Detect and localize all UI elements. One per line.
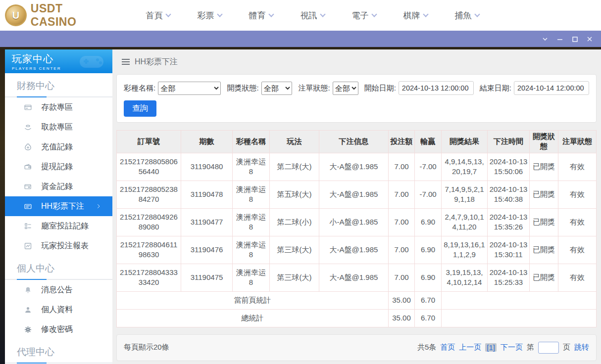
chevron-down-icon	[371, 11, 377, 17]
cell-period: 31190478	[181, 181, 233, 208]
nav-item-fishing[interactable]: 捕魚	[441, 10, 493, 21]
prev-page-link[interactable]: 上一页	[459, 343, 481, 352]
cell-bet-info: 大-A盤@1.985	[319, 181, 389, 208]
cell-lottery: 澳洲幸运8	[233, 208, 270, 236]
cell-play: 第三球(大)	[270, 264, 319, 291]
chevron-down-icon	[320, 11, 325, 17]
nav-item-lottery[interactable]: 彩票	[184, 10, 235, 21]
page-summary-bet-amount: 35.00	[389, 291, 415, 309]
col-header-lottery: 彩種名稱	[233, 131, 270, 153]
start-date-input[interactable]	[399, 81, 474, 95]
minimize-icon[interactable]	[552, 33, 567, 45]
jump-suffix: 页	[563, 343, 570, 352]
close-icon[interactable]	[582, 33, 597, 45]
cashout-record-icon	[24, 163, 32, 171]
chevron-down-icon	[165, 11, 171, 17]
sidebar-item-withdraw[interactable]: 取款專區	[5, 117, 112, 137]
cell-draw-result: 3,19,15,13,4,10,12,14	[442, 264, 488, 291]
sidebar-item-profile[interactable]: 個人資料	[5, 300, 112, 319]
gear-icon	[24, 325, 32, 334]
cell-play: 第三球(大)	[270, 236, 319, 264]
cell-order-status: 有效	[558, 264, 597, 291]
nav-item-home[interactable]: 首頁	[132, 10, 184, 21]
table-row: 2152172880523884270 31190478 澳洲幸运8 第五球(大…	[117, 181, 597, 208]
sidebar-item-room-bet-record[interactable]: 廳室投註記錄	[5, 216, 112, 236]
pagination-bar: 每頁顯示20條 共5条 首页 上一页 [1] 下一页 第 页 跳转	[116, 334, 597, 361]
page-summary-row: 當前頁統計 35.00 6.70	[117, 291, 597, 309]
cell-period: 31190477	[181, 208, 233, 236]
maximize-icon[interactable]	[567, 33, 582, 45]
cell-draw-status: 已開獎	[530, 236, 558, 264]
hamburger-icon[interactable]	[122, 58, 130, 65]
coin-logo-icon: U	[5, 4, 27, 26]
first-page-link[interactable]: 首页	[440, 343, 455, 352]
pager: 共5条 首页 上一页 [1] 下一页 第 页 跳转	[417, 342, 589, 354]
draw-status-select[interactable]: 全部	[261, 82, 293, 95]
query-button[interactable]: 查詢	[124, 100, 156, 117]
col-header-bet-amount: 投注額	[389, 131, 415, 153]
table-row: 2152172880580656440 31190480 澳洲幸运8 第二球(大…	[117, 153, 597, 181]
cell-bet-info: 大-A盤@1.985	[319, 153, 389, 181]
cell-order-status: 有效	[558, 208, 597, 236]
section-title-agent: 代理中心	[17, 346, 112, 359]
section-divider	[5, 363, 112, 364]
cell-bet-amount: 7.00	[389, 153, 415, 181]
cell-order-no: 2152172880492689080	[117, 208, 181, 236]
cell-bet-time: 2024-10-13 15:25:33	[488, 264, 530, 291]
window-title-bar	[0, 31, 601, 47]
chevron-right-icon	[96, 203, 101, 209]
sidebar-item-change-password[interactable]: 修改密碼	[5, 319, 112, 339]
lottery-filter-label: 彩種名稱:	[124, 84, 155, 93]
nav-item-video[interactable]: 視訊	[287, 10, 338, 21]
jump-link[interactable]: 跳转	[574, 343, 589, 352]
cell-order-status: 有效	[558, 153, 597, 181]
cell-bet-info: 大-A盤@1.985	[319, 264, 389, 291]
next-page-link[interactable]: 下一页	[501, 343, 523, 352]
lottery-select[interactable]: 全部	[158, 82, 221, 95]
sidebar-item-deposit[interactable]: 存款專區	[5, 97, 112, 117]
nav-item-electronic[interactable]: 電子	[338, 10, 390, 21]
col-header-order-status: 注單狀態	[558, 131, 597, 153]
cell-play: 第二球(小)	[270, 208, 319, 236]
cell-bet-info: 小-A盤@1.985	[319, 208, 389, 236]
cell-bet-amount: 7.00	[389, 264, 415, 291]
cell-order-status: 有效	[558, 236, 597, 264]
total-summary-row: 總統計 35.00 6.70	[117, 309, 597, 327]
sidebar-item-bet-report[interactable]: 玩家投注報表	[5, 236, 112, 256]
cell-draw-result: 2,4,7,9,10,14,11,20	[442, 208, 488, 236]
cell-draw-result: 7,14,9,5,2,19,1,18	[442, 181, 488, 208]
funds-record-icon	[24, 182, 32, 191]
brand-logo[interactable]: U USDT CASINO	[5, 2, 111, 29]
sidebar-item-hh-lottery-bet[interactable]: HH彩票下注	[5, 196, 112, 216]
cell-lottery: 澳洲幸运8	[233, 181, 270, 208]
sidebar-item-funds-record[interactable]: 資金記錄	[5, 177, 112, 196]
cell-order-status: 有效	[558, 181, 597, 208]
draw-status-filter-label: 開獎狀態:	[227, 84, 258, 93]
cell-period: 31190480	[181, 153, 233, 181]
jump-page-input[interactable]	[538, 342, 559, 354]
chevron-down-icon	[474, 11, 480, 17]
end-date-input[interactable]	[514, 81, 589, 95]
section-divider	[5, 96, 112, 97]
cell-draw-result: 8,19,13,16,11,1,2,9	[442, 236, 488, 264]
cell-win-loss: 6.90	[415, 236, 442, 264]
cell-lottery: 澳洲幸运8	[233, 236, 270, 264]
sidebar-item-cashout-record[interactable]: 提現記錄	[5, 157, 112, 177]
sidebar-item-recharge-record[interactable]: 充值記錄	[5, 137, 112, 157]
order-status-filter-label: 注單狀態:	[298, 84, 330, 93]
total-summary-empty	[442, 309, 597, 327]
collapse-icon[interactable]	[538, 33, 552, 45]
page-summary-win-loss: 6.70	[415, 291, 442, 309]
table-row: 2152172880433333420 31190475 澳洲幸运8 第三球(大…	[117, 264, 597, 291]
cell-bet-info: 大-A盤@1.985	[319, 236, 389, 264]
col-header-play: 玩法	[270, 131, 319, 153]
sidebar-item-announcements[interactable]: 消息公告	[5, 280, 112, 300]
cell-draw-status: 已開獎	[530, 208, 558, 236]
main-nav: 首頁 彩票 體育 視訊 電子 棋牌 捕魚	[132, 10, 493, 21]
nav-item-boardgames[interactable]: 棋牌	[390, 10, 441, 21]
order-status-select[interactable]: 全部	[333, 82, 358, 95]
page-summary-empty	[442, 291, 597, 309]
main-area: 玩家中心 PLAYERS CENTER 財務中心 存款專區 取款專區 充值記錄 …	[0, 47, 601, 364]
cell-bet-time: 2024-10-13 15:30:11	[488, 236, 530, 264]
nav-item-sports[interactable]: 體育	[235, 10, 287, 21]
